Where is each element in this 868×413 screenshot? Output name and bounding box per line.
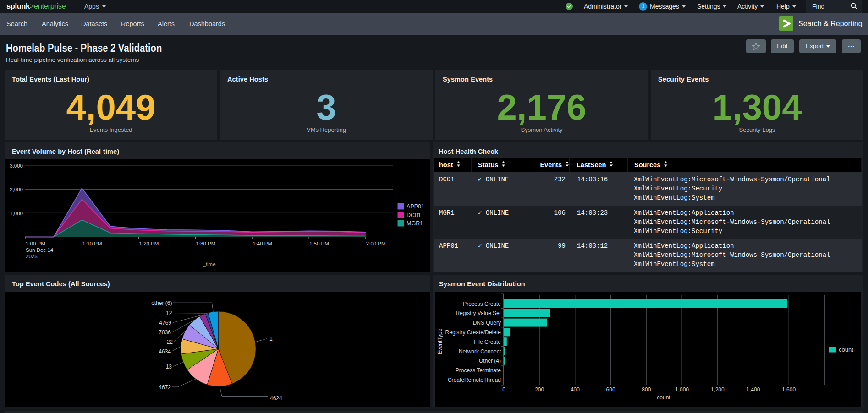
svg-text:File Create: File Create bbox=[474, 339, 501, 345]
svg-text:_time: _time bbox=[202, 261, 215, 267]
svg-text:Other (4): Other (4) bbox=[479, 358, 501, 364]
svg-text:1:20 PM: 1:20 PM bbox=[139, 241, 159, 246]
svg-text:1,600: 1,600 bbox=[782, 386, 796, 393]
svg-text:4624: 4624 bbox=[270, 395, 282, 402]
svg-text:1:00 PM: 1:00 PM bbox=[26, 241, 45, 246]
svg-text:count: count bbox=[657, 394, 670, 401]
svg-text:7036: 7036 bbox=[159, 329, 171, 336]
svg-text:400: 400 bbox=[571, 386, 580, 393]
svg-text:0: 0 bbox=[502, 386, 505, 393]
svg-text:1:50 PM: 1:50 PM bbox=[309, 241, 329, 246]
svg-text:Registry Value Set: Registry Value Set bbox=[456, 310, 501, 316]
svg-text:Process Terminate: Process Terminate bbox=[456, 367, 501, 374]
svg-text:count: count bbox=[839, 346, 853, 353]
svg-text:4672: 4672 bbox=[159, 384, 171, 391]
svg-text:2025: 2025 bbox=[26, 254, 38, 259]
svg-text:Sun Dec 14: Sun Dec 14 bbox=[26, 247, 54, 253]
svg-text:other (6): other (6) bbox=[151, 300, 172, 306]
svg-text:600: 600 bbox=[606, 386, 615, 393]
svg-text:Registry Create/Delete: Registry Create/Delete bbox=[445, 329, 501, 336]
svg-text:CreateRemoteThread: CreateRemoteThread bbox=[448, 377, 501, 383]
svg-text:1,200: 1,200 bbox=[711, 386, 725, 393]
svg-text:EventType: EventType bbox=[437, 328, 443, 354]
svg-text:Network Connect: Network Connect bbox=[459, 348, 501, 355]
svg-text:MGR1: MGR1 bbox=[407, 220, 423, 227]
svg-text:APP01: APP01 bbox=[407, 203, 424, 210]
svg-text:1:30 PM: 1:30 PM bbox=[196, 241, 215, 246]
svg-text:22: 22 bbox=[167, 339, 173, 345]
svg-text:1,400: 1,400 bbox=[746, 386, 760, 393]
svg-text:200: 200 bbox=[535, 386, 544, 393]
svg-text:1: 1 bbox=[269, 336, 273, 342]
svg-text:DC01: DC01 bbox=[407, 212, 421, 218]
svg-text:1:10 PM: 1:10 PM bbox=[82, 241, 102, 246]
svg-text:800: 800 bbox=[642, 386, 651, 393]
svg-text:1,000: 1,000 bbox=[675, 386, 689, 393]
svg-text:1,000: 1,000 bbox=[10, 211, 23, 216]
svg-text:4634: 4634 bbox=[159, 348, 171, 355]
svg-text:12: 12 bbox=[166, 310, 172, 316]
svg-text:2:00 PM: 2:00 PM bbox=[366, 241, 386, 246]
svg-text:DNS Query: DNS Query bbox=[473, 320, 501, 326]
svg-text:13: 13 bbox=[166, 364, 172, 370]
svg-text:1:40 PM: 1:40 PM bbox=[253, 241, 272, 246]
svg-text:2,000: 2,000 bbox=[10, 187, 23, 192]
svg-text:Process Create: Process Create bbox=[463, 301, 501, 307]
svg-text:3,000: 3,000 bbox=[10, 163, 23, 168]
svg-text:4769: 4769 bbox=[159, 320, 171, 326]
